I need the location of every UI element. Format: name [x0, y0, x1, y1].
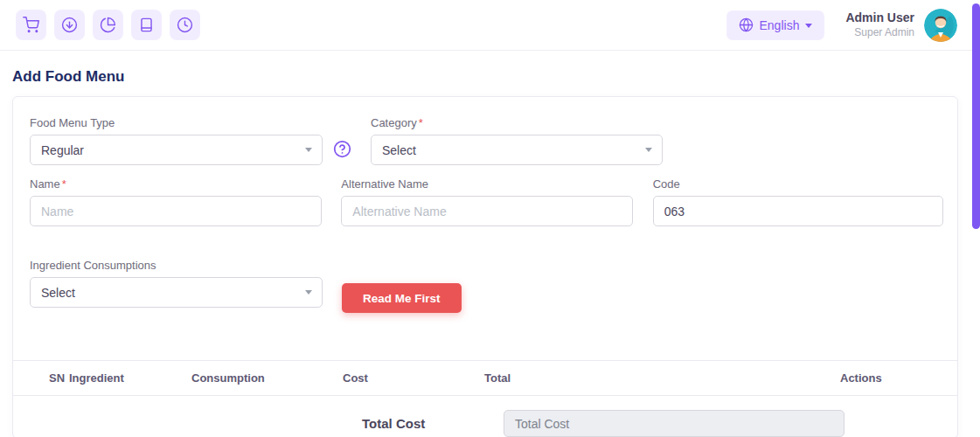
- table-header-row: SN Ingredient Consumption Cost Total Act…: [13, 360, 957, 396]
- ingredient-consumptions-select[interactable]: Select: [30, 277, 323, 308]
- chevron-down-icon: [645, 148, 652, 152]
- column-header-cost: Cost: [343, 371, 484, 385]
- cart-icon[interactable]: [16, 10, 46, 40]
- user-name: Admin User: [845, 10, 914, 26]
- required-asterisk: *: [419, 116, 423, 129]
- code-input[interactable]: [653, 196, 943, 226]
- category-field: Category* Select: [371, 116, 663, 165]
- category-select[interactable]: Select: [371, 135, 663, 165]
- user-role: Super Admin: [845, 26, 914, 39]
- page-title: Add Food Menu: [12, 68, 980, 86]
- column-header-total: Total: [484, 371, 840, 385]
- code-field: Code: [653, 177, 943, 226]
- category-label: Category: [371, 116, 417, 129]
- ingredients-table: SN Ingredient Consumption Cost Total Act…: [13, 360, 957, 437]
- add-food-menu-card: Food Menu Type Regular Category* Select: [12, 96, 958, 437]
- food-menu-type-field: Food Menu Type Regular: [30, 116, 323, 165]
- alternative-name-label: Alternative Name: [341, 177, 632, 191]
- pie-chart-icon[interactable]: [93, 10, 123, 40]
- form-row-1: Food Menu Type Regular Category* Select: [30, 116, 943, 165]
- chevron-down-icon: [305, 148, 312, 152]
- download-icon[interactable]: [54, 10, 85, 40]
- clock-icon[interactable]: [170, 10, 200, 40]
- language-label: English: [760, 18, 800, 32]
- avatar[interactable]: [924, 9, 957, 42]
- table-footer-row: Total Cost: [13, 410, 957, 437]
- chevron-down-icon: [805, 24, 812, 28]
- help-icon[interactable]: [333, 140, 351, 158]
- form-row-3: Ingredient Consumptions Select Read Me F…: [30, 259, 943, 313]
- ingredient-consumptions-label: Ingredient Consumptions: [30, 259, 323, 272]
- food-menu-type-label: Food Menu Type: [30, 116, 323, 129]
- chevron-down-icon: [305, 290, 312, 295]
- food-menu-type-select[interactable]: Regular: [30, 135, 323, 165]
- name-label: Name: [30, 177, 60, 191]
- user-info: Admin User Super Admin: [845, 10, 914, 39]
- alternative-name-input[interactable]: [341, 196, 632, 226]
- form-row-2: Name* Alternative Name Code: [30, 177, 943, 226]
- alternative-name-field: Alternative Name: [341, 177, 632, 226]
- required-asterisk: *: [62, 177, 66, 191]
- globe-icon: [739, 17, 754, 32]
- scrollbar-thumb[interactable]: [972, 3, 980, 229]
- total-cost-input: [504, 410, 844, 437]
- name-field: Name*: [30, 177, 322, 226]
- code-label: Code: [653, 177, 943, 191]
- toolbar-icon-group: [16, 10, 200, 40]
- column-header-ingredient: Ingredient: [69, 371, 191, 385]
- read-me-first-button[interactable]: Read Me First: [342, 283, 462, 313]
- column-header-actions: Actions: [840, 371, 943, 385]
- top-navbar: English Admin User Super Admin: [0, 0, 980, 51]
- ingredient-consumptions-field: Ingredient Consumptions Select: [30, 259, 323, 308]
- column-header-consumption: Consumption: [191, 371, 343, 385]
- language-dropdown[interactable]: English: [726, 10, 825, 40]
- book-icon[interactable]: [131, 10, 162, 40]
- column-header-sn: SN: [30, 371, 69, 385]
- name-input[interactable]: [30, 196, 322, 226]
- total-cost-label: Total Cost: [362, 416, 504, 431]
